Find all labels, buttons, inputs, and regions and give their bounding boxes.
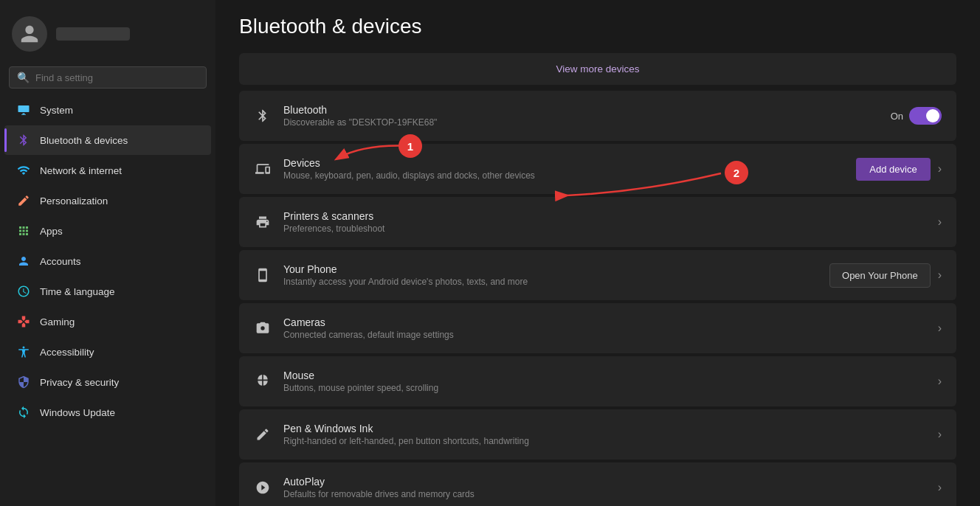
bluetooth-toggle-area: On	[891, 107, 942, 125]
search-input[interactable]	[35, 72, 199, 83]
chevron-icon: ›	[938, 162, 942, 176]
phone-right: Open Your Phone ›	[829, 263, 942, 288]
devices-icon	[254, 160, 272, 178]
pen-icon	[254, 426, 272, 443]
settings-main: Bluetooth & devices View more devices Bl…	[215, 0, 980, 506]
avatar	[12, 16, 47, 52]
bluetooth-text: Bluetooth Discoverable as "DESKTOP-19FKE…	[283, 104, 879, 128]
sidebar-item-network[interactable]: Network & internet	[4, 156, 211, 185]
autoplay-icon	[254, 479, 272, 496]
update-icon	[16, 405, 31, 420]
time-icon	[16, 284, 31, 299]
chevron-icon: ›	[938, 375, 942, 388]
sidebar-label-gaming: Gaming	[40, 316, 75, 327]
settings-item-bluetooth[interactable]: Bluetooth Discoverable as "DESKTOP-19FKE…	[239, 91, 956, 141]
settings-item-printers[interactable]: Printers & scanners Preferences, trouble…	[239, 197, 956, 247]
sidebar-label-accounts: Accounts	[40, 256, 81, 267]
settings-item-mouse[interactable]: Mouse Buttons, mouse pointer speed, scro…	[239, 356, 956, 406]
cameras-subtitle: Connected cameras, default image setting…	[283, 330, 926, 340]
devices-right: Add device ›	[856, 158, 942, 181]
active-bar	[4, 128, 7, 152]
sidebar-item-accounts[interactable]: Accounts	[4, 246, 211, 276]
sidebar-label-time: Time & language	[40, 286, 115, 297]
chevron-icon: ›	[938, 322, 942, 335]
chevron-icon: ›	[938, 428, 942, 441]
user-profile	[0, 9, 215, 63]
mouse-subtitle: Buttons, mouse pointer speed, scrolling	[283, 383, 926, 393]
view-more-label: View more devices	[556, 63, 639, 74]
bluetooth-subtitle: Discoverable as "DESKTOP-19FKE68"	[283, 117, 879, 128]
your-phone-icon	[254, 266, 272, 284]
sidebar-label-apps: Apps	[40, 226, 63, 237]
sidebar-item-bluetooth[interactable]: Bluetooth & devices	[4, 125, 211, 155]
sidebar-item-system[interactable]: System	[4, 95, 211, 125]
apps-icon	[16, 223, 31, 238]
gaming-icon	[16, 314, 31, 329]
pen-subtitle: Right-handed or left-handed, pen button …	[283, 436, 926, 446]
sidebar-label-accessibility: Accessibility	[40, 347, 94, 358]
sidebar-item-apps[interactable]: Apps	[4, 216, 211, 246]
sidebar: 🔍 System Bluetooth & devices Network & i…	[0, 0, 215, 506]
printers-subtitle: Preferences, troubleshoot	[283, 223, 926, 234]
cameras-title: Cameras	[283, 316, 926, 328]
mouse-title: Mouse	[283, 370, 926, 381]
chevron-icon: ›	[938, 481, 942, 494]
sidebar-label-personalization: Personalization	[40, 195, 108, 207]
nav-list: System Bluetooth & devices Network & int…	[0, 94, 215, 428]
settings-item-cameras[interactable]: Cameras Connected cameras, default image…	[239, 303, 956, 353]
add-device-button[interactable]: Add device	[856, 158, 930, 181]
your-phone-text: Your Phone Instantly access your Android…	[283, 263, 818, 287]
sidebar-item-personalization[interactable]: Personalization	[4, 186, 211, 215]
sidebar-item-update[interactable]: Windows Update	[4, 398, 211, 427]
page-title: Bluetooth & devices	[239, 15, 956, 38]
sidebar-label-privacy: Privacy & security	[40, 377, 119, 388]
autoplay-text: AutoPlay Defaults for removable drives a…	[283, 476, 926, 499]
devices-subtitle: Mouse, keyboard, pen, audio, displays an…	[283, 170, 844, 181]
printers-title: Printers & scanners	[283, 210, 926, 222]
sidebar-item-accessibility[interactable]: Accessibility	[4, 337, 211, 367]
settings-item-autoplay[interactable]: AutoPlay Defaults for removable drives a…	[239, 462, 956, 506]
settings-list: Bluetooth Discoverable as "DESKTOP-19FKE…	[239, 91, 956, 506]
accessibility-icon	[16, 344, 31, 359]
settings-item-devices[interactable]: Devices Mouse, keyboard, pen, audio, dis…	[239, 144, 956, 194]
printers-icon	[254, 213, 272, 231]
sidebar-item-time[interactable]: Time & language	[4, 277, 211, 306]
system-icon	[16, 103, 31, 117]
accounts-icon	[16, 254, 31, 268]
devices-text: Devices Mouse, keyboard, pen, audio, dis…	[283, 157, 844, 181]
settings-item-pen[interactable]: Pen & Windows Ink Right-handed or left-h…	[239, 409, 956, 460]
cameras-text: Cameras Connected cameras, default image…	[283, 316, 926, 340]
chevron-icon: ›	[938, 215, 942, 229]
your-phone-title: Your Phone	[283, 263, 818, 275]
privacy-icon	[16, 375, 31, 389]
search-icon: 🔍	[17, 72, 30, 83]
sidebar-item-privacy[interactable]: Privacy & security	[4, 367, 211, 397]
chevron-icon: ›	[938, 268, 942, 282]
search-box[interactable]: 🔍	[9, 66, 207, 89]
your-phone-subtitle: Instantly access your Android device's p…	[283, 277, 818, 287]
main-content: 1 Bluetooth & devices View more devices …	[215, 0, 980, 506]
pen-text: Pen & Windows Ink Right-handed or left-h…	[283, 423, 926, 446]
bluetooth-icon	[254, 107, 272, 125]
sidebar-label-system: System	[40, 105, 73, 116]
bluetooth-icon	[16, 133, 31, 148]
sidebar-label-update: Windows Update	[40, 407, 115, 418]
user-icon	[19, 24, 40, 44]
username-bar	[56, 27, 130, 41]
mouse-text: Mouse Buttons, mouse pointer speed, scro…	[283, 370, 926, 393]
toggle-label: On	[891, 111, 903, 122]
sidebar-label-network: Network & internet	[40, 165, 122, 176]
settings-item-your-phone[interactable]: Your Phone Instantly access your Android…	[239, 250, 956, 300]
pen-title: Pen & Windows Ink	[283, 423, 926, 434]
open-phone-button[interactable]: Open Your Phone	[829, 263, 931, 288]
view-more-bar[interactable]: View more devices	[239, 53, 956, 85]
autoplay-title: AutoPlay	[283, 476, 926, 488]
bluetooth-toggle[interactable]	[909, 107, 942, 125]
autoplay-subtitle: Defaults for removable drives and memory…	[283, 489, 926, 499]
bluetooth-title: Bluetooth	[283, 104, 879, 116]
cameras-icon	[254, 319, 272, 337]
personalization-icon	[16, 193, 31, 208]
mouse-icon	[254, 372, 272, 390]
sidebar-item-gaming[interactable]: Gaming	[4, 307, 211, 336]
devices-title: Devices	[283, 157, 844, 169]
